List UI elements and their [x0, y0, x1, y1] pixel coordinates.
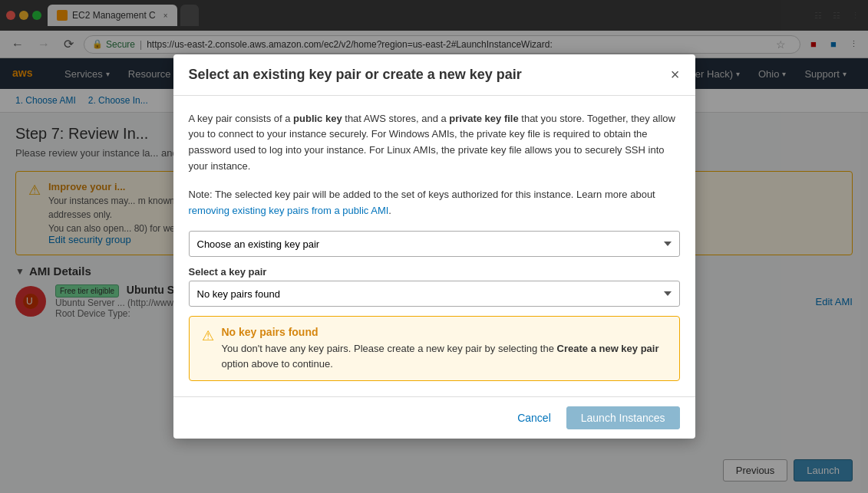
modal-body: A key pair consists of a public key that… [173, 96, 695, 397]
modal-warning-title: No key pairs found [222, 326, 667, 338]
key-pair-type-container: Choose an existing key pair [189, 231, 680, 257]
modal-warning-box: ⚠ No key pairs found You don't have any … [189, 316, 680, 381]
key-pair-select-container: Select a key pair No key pairs found [189, 266, 680, 307]
modal-note: Note: The selected key pair will be adde… [189, 187, 680, 219]
select-key-pair-label: Select a key pair [189, 266, 680, 278]
modal-title: Select an existing key pair or create a … [189, 67, 522, 83]
modal-header: Select an existing key pair or create a … [173, 54, 695, 96]
launch-instances-button[interactable]: Launch Instances [566, 406, 680, 429]
cancel-button[interactable]: Cancel [510, 406, 559, 429]
modal-warning-content: No key pairs found You don't have any ke… [222, 326, 667, 371]
modal-warning-icon: ⚠ [202, 327, 214, 371]
modal-warning-text: You don't have any key pairs. Please cre… [222, 341, 667, 371]
modal-overlay: Select an existing key pair or create a … [0, 0, 868, 493]
remove-key-pairs-link[interactable]: removing existing key pairs from a publi… [189, 205, 389, 216]
key-pair-modal: Select an existing key pair or create a … [173, 54, 695, 439]
modal-close-button[interactable]: × [671, 67, 680, 82]
modal-description: A key pair consists of a public key that… [189, 111, 680, 175]
modal-footer: Cancel Launch Instances [173, 396, 695, 439]
key-pair-type-select[interactable]: Choose an existing key pair [189, 231, 680, 257]
key-pair-select[interactable]: No key pairs found [189, 281, 680, 307]
